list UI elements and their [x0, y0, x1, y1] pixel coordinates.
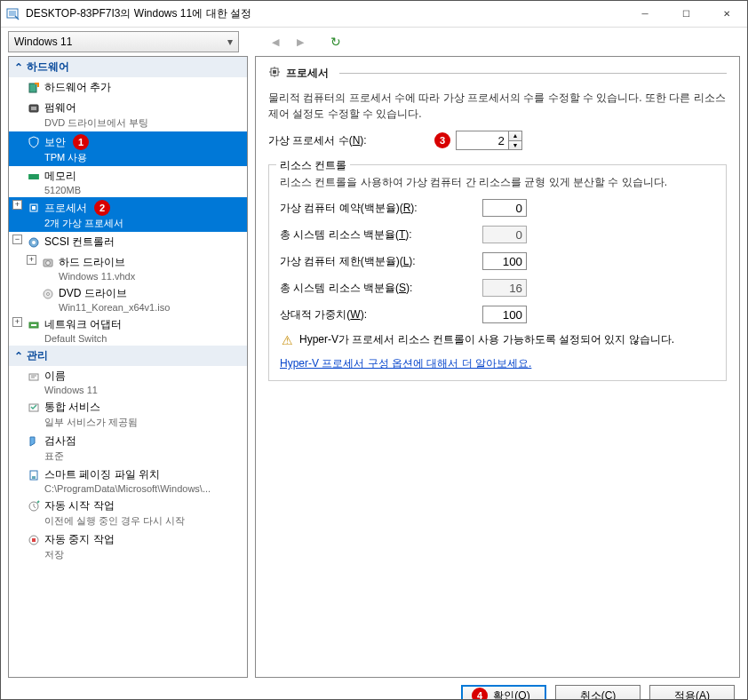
app-icon: [6, 7, 20, 21]
vproc-row: 가상 프로세서 수(N): 3 ▲ ▼: [268, 131, 727, 150]
sidebar: ⌃ 하드웨어 하드웨어 추가 펌웨어 DVD 드라이브에서 부팅: [8, 56, 248, 678]
dvd-icon: [41, 287, 55, 301]
total-limit-display: [482, 279, 527, 297]
sidebar-item-autostop[interactable]: 자동 중지 작업 저장: [9, 529, 247, 563]
reserve-label: 가상 컴퓨터 예약(백분율)(R):: [280, 201, 475, 216]
processor-icon: [27, 201, 41, 215]
badge-3: 3: [434, 132, 450, 148]
sidebar-item-network[interactable]: + 네트워크 어댑터 Default Switch: [9, 314, 247, 346]
total-limit-row: 총 시스템 리소스 백분율(S):: [280, 279, 715, 297]
warning-row: ⚠ Hyper-V가 프로세서 리소스 컨트롤이 사용 가능하도록 설정되어 있…: [280, 332, 715, 347]
sidebar-item-checkpoint[interactable]: 검사점 표준: [9, 431, 247, 465]
back-button[interactable]: ◀: [266, 32, 285, 52]
processor-sub: 2개 가상 프로세서: [27, 217, 247, 230]
scsi-icon: [27, 235, 41, 250]
svg-rect-26: [32, 476, 36, 479]
sidebar-item-scsi[interactable]: − SCSI 컨트롤러: [9, 232, 247, 252]
sidebar-item-dvd[interactable]: DVD 드라이브 Win11_Korean_x64v1.iso: [9, 283, 247, 314]
name-label: 이름: [44, 369, 66, 384]
link-row: Hyper-V 프로세서 구성 옵션에 대해서 더 알아보세요.: [280, 356, 715, 371]
dvd-sub: Win11_Korean_x64v1.iso: [41, 302, 247, 313]
svg-point-16: [46, 260, 51, 265]
security-sub: TPM 사용: [27, 151, 247, 164]
svg-rect-20: [31, 324, 36, 326]
name-sub: Windows 11: [27, 385, 247, 395]
toolbar: Windows 11 ◀ ▶ ↻: [1, 28, 747, 56]
autostop-icon: [27, 533, 41, 547]
window-title: DESKTOP-83PF7I3의 Windows 11에 대한 설정: [26, 6, 625, 21]
limit-row: 가상 컴퓨터 제한(백분율)(L):: [280, 252, 715, 270]
hdd-sub: Windows 11.vhdx: [41, 271, 247, 282]
security-label: 보안: [44, 135, 66, 150]
autostart-sub: 이전에 실행 중인 경우 다시 시작: [27, 514, 247, 528]
vm-select-value: Windows 11: [14, 36, 72, 48]
firmware-sub: DVD 드라이브에서 부팅: [27, 116, 247, 130]
svg-rect-1: [9, 11, 16, 16]
sidebar-item-smartpaging[interactable]: 스마트 페이징 파일 위치 C:\ProgramData\Microsoft\W…: [9, 465, 247, 496]
limit-input[interactable]: [482, 252, 527, 270]
sidebar-item-hdd[interactable]: + 하드 드라이브 Windows 11.vhdx: [9, 252, 247, 283]
badge-1: 1: [73, 134, 89, 150]
badge-2: 2: [94, 200, 110, 216]
vm-select[interactable]: Windows 11: [8, 31, 239, 52]
processor-label: 프로세서: [44, 201, 87, 216]
total-reserve-display: [482, 226, 527, 243]
shield-icon: [27, 135, 41, 149]
spinner-down-icon[interactable]: ▼: [509, 141, 521, 150]
minimize-button[interactable]: ─: [625, 1, 665, 28]
weight-input[interactable]: [482, 306, 527, 323]
section-manage[interactable]: ⌃ 관리: [9, 346, 247, 366]
resource-control-title: 리소스 컨트롤: [276, 158, 350, 173]
total-reserve-label: 총 시스템 리소스 백분율(T):: [280, 227, 475, 243]
warning-icon: ⚠: [280, 333, 294, 347]
sidebar-item-autostart[interactable]: 자동 시작 작업 이전에 실행 중인 경우 다시 시작: [9, 496, 247, 529]
svg-point-18: [47, 292, 50, 295]
reserve-row: 가상 컴퓨터 예약(백분율)(R):: [280, 199, 715, 217]
badge-4: 4: [472, 688, 488, 700]
services-icon: [27, 401, 41, 415]
sidebar-item-security[interactable]: 보안 1 TPM 사용: [9, 131, 247, 166]
collapse-icon: ⌃: [14, 61, 23, 74]
vproc-label: 가상 프로세서 수(N):: [268, 133, 424, 148]
learn-more-link[interactable]: Hyper-V 프로세서 구성 옵션에 대해서 더 알아보세요.: [280, 357, 531, 370]
vproc-spinner[interactable]: ▲ ▼: [509, 131, 522, 150]
expander-scsi[interactable]: −: [12, 235, 22, 244]
apply-button[interactable]: 적용(A): [649, 685, 735, 700]
spinner-up-icon[interactable]: ▲: [509, 131, 521, 141]
vproc-input[interactable]: [456, 131, 509, 150]
name-icon: [27, 370, 41, 384]
expander-processor[interactable]: +: [12, 200, 22, 210]
refresh-button[interactable]: ↻: [326, 32, 346, 52]
sidebar-item-firmware[interactable]: 펌웨어 DVD 드라이브에서 부팅: [9, 98, 247, 131]
svg-rect-2: [29, 84, 36, 92]
close-button[interactable]: ✕: [706, 1, 747, 28]
processor-icon: [268, 66, 281, 81]
sidebar-item-memory[interactable]: 메모리 5120MB: [9, 166, 247, 197]
smartpaging-icon: [27, 468, 41, 482]
svg-point-14: [32, 241, 36, 244]
svg-rect-4: [31, 107, 36, 110]
reserve-input[interactable]: [482, 199, 527, 217]
sidebar-item-name[interactable]: 이름 Windows 11: [9, 366, 247, 397]
sidebar-item-processor[interactable]: + 프로세서 2 2개 가상 프로세서: [9, 197, 247, 232]
ok-button[interactable]: 4 확인(O): [461, 685, 546, 700]
content-description: 물리적 컴퓨터의 프로세서 수에 따라 가상 프로세서의 수를 수정할 수 있습…: [268, 90, 727, 122]
weight-row: 상대적 가중치(W):: [280, 306, 715, 323]
main-area: ⌃ 하드웨어 하드웨어 추가 펌웨어 DVD 드라이브에서 부팅: [1, 56, 747, 678]
total-reserve-row: 총 시스템 리소스 백분율(T):: [280, 226, 715, 243]
expander-net[interactable]: +: [12, 317, 22, 327]
forward-button[interactable]: ▶: [290, 32, 310, 52]
scsi-label: SCSI 컨트롤러: [44, 235, 115, 250]
dvd-label: DVD 드라이브: [59, 286, 127, 301]
maximize-button[interactable]: ☐: [665, 1, 706, 28]
section-hardware[interactable]: ⌃ 하드웨어: [9, 57, 247, 77]
memory-sub: 5120MB: [27, 185, 247, 195]
cancel-button[interactable]: 취소(C): [555, 685, 641, 700]
warning-text: Hyper-V가 프로세서 리소스 컨트롤이 사용 가능하도록 설정되어 있지 …: [299, 332, 674, 347]
expander-hdd[interactable]: +: [27, 255, 36, 265]
checkpoint-sub: 표준: [27, 449, 247, 463]
network-sub: Default Switch: [27, 333, 247, 344]
sidebar-item-services[interactable]: 통합 서비스 일부 서비스가 제공됨: [9, 397, 247, 431]
sidebar-item-add-hardware[interactable]: 하드웨어 추가: [9, 77, 247, 98]
weight-label: 상대적 가중치(W):: [280, 307, 475, 322]
